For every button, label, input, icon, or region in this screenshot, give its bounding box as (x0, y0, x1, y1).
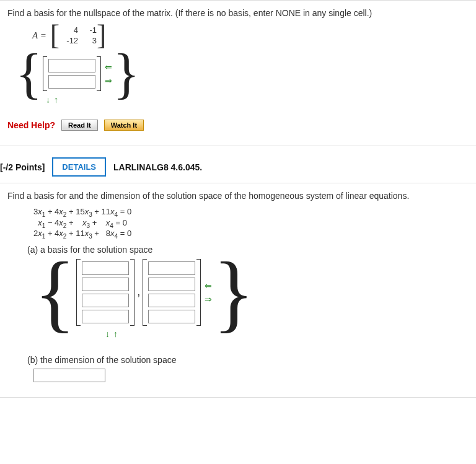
q2-vec2-cell2[interactable] (148, 278, 195, 291)
details-button[interactable]: DETAILS (52, 157, 106, 177)
q1-prompt: Find a basis for the nullspace of the ma… (7, 8, 469, 18)
remove-col-icon[interactable]: ⇐ (205, 281, 212, 291)
brace-left: { (15, 55, 43, 92)
brace-right: } (112, 55, 140, 92)
q2-vec1-cell2[interactable] (82, 278, 129, 291)
add-col-icon[interactable]: ⇒ (105, 76, 112, 85)
bracket-right: ] (97, 24, 106, 46)
add-row-icon[interactable]: ↑ (113, 329, 118, 339)
brace-right: } (212, 258, 255, 326)
matrix-var-label: A = (32, 30, 46, 41)
answer-set-q2: { , (33, 258, 255, 326)
part-b-label: (b) the dimension of the solution space (27, 355, 469, 365)
q1-vec1-cell1[interactable] (48, 59, 95, 72)
bracket-left: [ (50, 24, 60, 46)
q2-prompt: Find a basis for and the dimension of th… (7, 191, 469, 201)
need-help-label: Need Help? (7, 120, 55, 130)
q2-vec1-cell1[interactable] (82, 261, 129, 275)
watch-it-button[interactable]: Watch It (104, 120, 144, 131)
points-label: [-/2 Points] (0, 162, 45, 172)
remove-col-icon[interactable]: ⇐ (105, 62, 112, 72)
remove-row-icon[interactable]: ↓ (46, 95, 50, 105)
remove-row-icon[interactable]: ↓ (105, 329, 110, 339)
q2-vec2-cell4[interactable] (148, 310, 195, 323)
matrix-definition: A = [ 4 -1 -12 3 ] (32, 24, 469, 46)
q2-vec2-cell3[interactable] (148, 294, 195, 307)
read-it-button[interactable]: Read It (61, 120, 98, 131)
q2-vec1-cell4[interactable] (82, 310, 129, 323)
q2-vec2-cell1[interactable] (148, 261, 195, 275)
matrix-cell: -1 (78, 25, 97, 35)
matrix-cell: 4 (60, 25, 78, 35)
brace-left: { (33, 258, 76, 326)
answer-set-q1: { ⇐ ⇒ } (15, 55, 140, 92)
set-comma: , (134, 286, 143, 299)
q2-vec1-cell3[interactable] (82, 294, 129, 307)
dimension-input[interactable] (33, 369, 105, 382)
matrix-cell: -12 (60, 35, 78, 46)
matrix-cell: 3 (78, 35, 97, 46)
add-row-icon[interactable]: ↑ (54, 95, 58, 105)
add-col-icon[interactable]: ⇒ (205, 294, 212, 304)
equation-system: 3x1 + 4x2 + 15x3 + 11x4 = 0 x1 − 4x2 + x… (33, 207, 469, 240)
q1-vec1-cell2[interactable] (48, 75, 95, 89)
book-reference: LARLINALG8 4.6.045. (113, 162, 202, 172)
